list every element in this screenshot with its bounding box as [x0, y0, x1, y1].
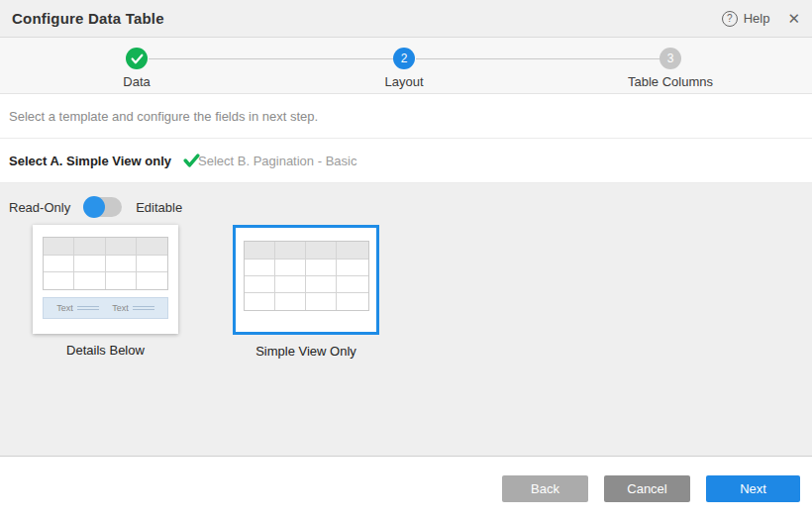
- back-button[interactable]: Back: [502, 475, 588, 502]
- template-simple-view-only: Simple View Only: [233, 225, 379, 359]
- cancel-button[interactable]: Cancel: [604, 475, 690, 502]
- preview-table-cell: [306, 276, 337, 293]
- toggle-knob: [83, 196, 105, 218]
- preview-table-cell: [44, 272, 74, 289]
- preview-table-cell: [275, 242, 306, 260]
- option-b-pagination-basic[interactable]: Select B. Pagination - Basic: [198, 154, 356, 168]
- read-only-editable-toggle[interactable]: [84, 197, 122, 217]
- preview-table-cell: [306, 293, 337, 310]
- template-details-below: Text Text Details Below: [33, 225, 178, 358]
- detail-item: Text: [112, 303, 154, 313]
- preview-table-cell: [137, 272, 167, 289]
- check-icon: [131, 53, 144, 64]
- help-icon: ?: [722, 11, 738, 27]
- close-icon[interactable]: ✕: [787, 11, 800, 26]
- preview-table-cell: [74, 256, 105, 272]
- preview-table-cell: [137, 238, 167, 256]
- layout-content-area: Read-Only Editable Text Text: [0, 183, 812, 457]
- step-1-label: Data: [123, 74, 150, 89]
- template-cards: Text Text Details Below Simple View O: [33, 225, 812, 359]
- instruction-text: Select a template and configure the fiel…: [0, 94, 812, 139]
- next-button[interactable]: Next: [706, 475, 800, 502]
- details-below-preview-table: [43, 237, 168, 290]
- step-3-table-columns-circle[interactable]: 3: [660, 48, 681, 69]
- details-strip: Text Text: [43, 297, 168, 319]
- preview-table-cell: [275, 293, 306, 310]
- preview-table-cell: [106, 256, 137, 272]
- preview-table-cell: [337, 276, 367, 293]
- step-connector: [149, 58, 393, 59]
- preview-table-cell: [275, 276, 306, 293]
- header-actions: ? Help ✕: [722, 11, 800, 27]
- step-3-label: Table Columns: [628, 74, 713, 89]
- preview-table-cell: [245, 276, 275, 293]
- step-2-layout-circle[interactable]: 2: [393, 48, 415, 69]
- detail-item: Text: [56, 303, 99, 313]
- template-card-details-below[interactable]: Text Text: [33, 225, 178, 334]
- detail-lines-icon: [133, 306, 154, 310]
- preview-table-cell: [275, 260, 306, 276]
- help-button[interactable]: ? Help: [722, 11, 770, 27]
- preview-table-cell: [44, 238, 74, 256]
- step-connector: [416, 58, 660, 59]
- preview-table-cell: [245, 242, 275, 260]
- dialog-footer: Back Cancel Next: [0, 457, 812, 521]
- preview-table-cell: [337, 242, 367, 260]
- preview-table-cell: [245, 293, 275, 310]
- template-option-row: Select A. Simple View only Select B. Pag…: [0, 139, 812, 183]
- preview-table-cell: [74, 238, 105, 256]
- preview-table-cell: [337, 293, 367, 310]
- details-below-card-label: Details Below: [66, 343, 145, 358]
- template-card-simple-view-only[interactable]: [233, 225, 379, 335]
- preview-table-cell: [337, 260, 367, 276]
- configure-data-table-dialog: Configure Data Table ? Help ✕ 2 3 Data L…: [0, 0, 812, 521]
- preview-table-cell: [44, 256, 74, 272]
- preview-table-cell: [106, 238, 137, 256]
- preview-table-cell: [74, 272, 105, 289]
- step-1-data-circle[interactable]: [126, 48, 148, 69]
- simple-view-preview-table: [244, 241, 369, 311]
- option-a-simple-view-only[interactable]: Select A. Simple View only: [9, 154, 171, 168]
- step-2-label: Layout: [384, 74, 423, 89]
- preview-table-cell: [306, 260, 337, 276]
- detail-text-label: Text: [112, 303, 129, 313]
- wizard-stepper: 2 3 Data Layout Table Columns: [0, 38, 812, 94]
- detail-text-label: Text: [56, 303, 73, 313]
- preview-table-cell: [137, 256, 167, 272]
- mode-toggle-row: Read-Only Editable: [0, 183, 812, 217]
- editable-label: Editable: [136, 200, 182, 215]
- preview-table-cell: [306, 242, 337, 260]
- detail-lines-icon: [77, 306, 99, 310]
- help-label: Help: [744, 11, 770, 26]
- dialog-title: Configure Data Table: [12, 10, 164, 27]
- preview-table-cell: [245, 260, 275, 276]
- simple-view-only-card-label: Simple View Only: [255, 344, 356, 359]
- preview-table-cell: [106, 272, 137, 289]
- read-only-label: Read-Only: [9, 200, 70, 215]
- dialog-header: Configure Data Table ? Help ✕: [0, 0, 812, 38]
